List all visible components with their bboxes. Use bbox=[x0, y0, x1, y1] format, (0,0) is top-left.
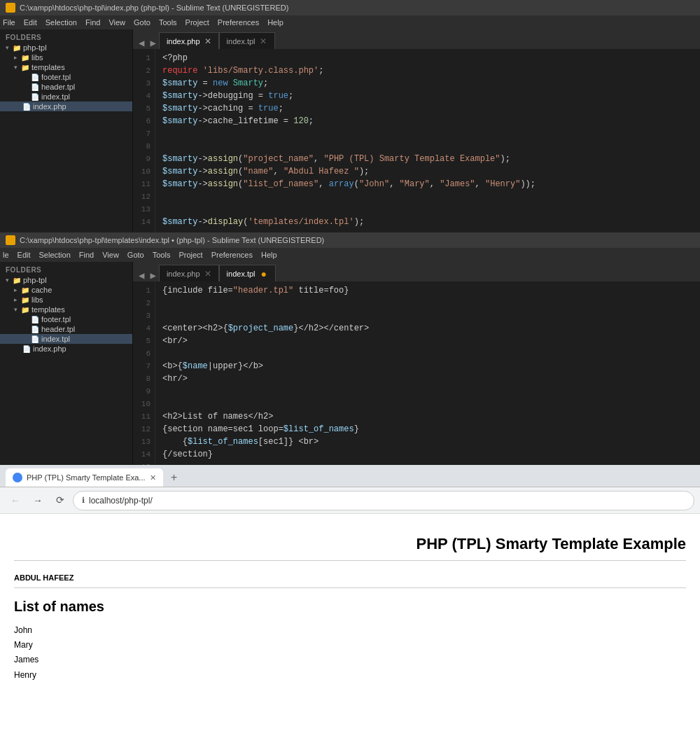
menu-tools-2[interactable]: Tools bbox=[153, 251, 171, 259]
file-icon: 📄 bbox=[31, 316, 39, 323]
menu-project-2[interactable]: Project bbox=[178, 251, 202, 259]
tree-item-header-tpl[interactable]: 📄 header.tpl bbox=[0, 82, 132, 92]
forward-button[interactable]: → bbox=[28, 491, 48, 510]
tab-nav-right[interactable]: ▶ bbox=[147, 37, 158, 49]
address-bar[interactable]: ℹ localhost/php-tpl/ bbox=[73, 491, 694, 510]
names-list: John Mary James Henry bbox=[14, 620, 686, 683]
tab-label: index.tpl bbox=[227, 270, 255, 278]
titlebar-2: C:\xampp\htdocs\php-tpl\templates\index.… bbox=[0, 232, 700, 248]
tree2-item-index-php[interactable]: 📄 index.php bbox=[0, 344, 132, 354]
back-button[interactable]: ← bbox=[6, 491, 25, 510]
folder-icon: 📁 bbox=[21, 296, 29, 304]
browser-tab-favicon bbox=[13, 473, 22, 482]
file-icon: 📄 bbox=[31, 326, 39, 333]
menu-edit-2[interactable]: Edit bbox=[18, 251, 31, 259]
folder-icon: 📁 bbox=[13, 277, 21, 284]
menu-find-2[interactable]: Find bbox=[79, 251, 94, 259]
code-area-2: 12345 678910 1112131415 1617 {include fi… bbox=[133, 281, 700, 465]
arrow-icon: ▸ bbox=[14, 296, 21, 303]
tree-label: templates bbox=[31, 63, 65, 71]
tab-close-icon[interactable]: ✕ bbox=[204, 269, 211, 279]
code-tpl: {include file="header.tpl" title=foo} <c… bbox=[155, 281, 700, 465]
tree-label: php-tpl bbox=[23, 276, 47, 284]
menu-project-1[interactable]: Project bbox=[186, 18, 209, 27]
menu-preferences-2[interactable]: Preferences bbox=[211, 251, 253, 259]
menu-tools-1[interactable]: Tools bbox=[159, 18, 177, 27]
tree2-item-index-tpl[interactable]: 📄 index.tpl bbox=[0, 334, 132, 344]
sublime-window-1: C:\xampp\htdocs\php-tpl\index.php (php-t… bbox=[0, 0, 700, 232]
file-icon: 📄 bbox=[31, 335, 39, 343]
sidebar-header-1: FOLDERS bbox=[0, 29, 132, 43]
app-icon bbox=[6, 3, 15, 13]
browser-tab-label: PHP (TPL) Smarty Template Exa... bbox=[27, 473, 146, 482]
tree-item-index-php[interactable]: 📄 index.php bbox=[0, 102, 132, 111]
list-of-names-heading: List of names bbox=[14, 588, 686, 620]
browser-tab-close-icon[interactable]: ✕ bbox=[150, 473, 156, 482]
tree-label: cache bbox=[31, 286, 52, 294]
arrow-icon: ▾ bbox=[6, 44, 13, 51]
tree-label: index.tpl bbox=[41, 92, 70, 101]
tab-nav-left-2[interactable]: ◀ bbox=[136, 270, 147, 281]
sidebar-2: FOLDERS ▾ 📁 php-tpl ▸ 📁 cache ▸ 📁 libs ▾… bbox=[0, 262, 133, 465]
tree-label: footer.tpl bbox=[41, 315, 71, 323]
menu-view-1[interactable]: View bbox=[108, 18, 125, 27]
tree-label: index.php bbox=[33, 344, 66, 353]
tree-label: footer.tpl bbox=[41, 73, 71, 81]
tree-item-libs[interactable]: ▸ 📁 libs bbox=[0, 53, 132, 62]
line-numbers-1: 12345 678910 11121314 bbox=[133, 49, 155, 232]
tree-item-index-tpl[interactable]: 📄 index.tpl bbox=[0, 92, 132, 102]
menu-help-2[interactable]: Help bbox=[261, 251, 277, 259]
editor-body-2: FOLDERS ▾ 📁 php-tpl ▸ 📁 cache ▸ 📁 libs ▾… bbox=[0, 262, 700, 465]
tree2-item-header-tpl[interactable]: 📄 header.tpl bbox=[0, 324, 132, 334]
menu-find-1[interactable]: Find bbox=[85, 18, 100, 27]
tree-item-php-tpl[interactable]: ▾ 📁 php-tpl bbox=[0, 43, 132, 53]
menu-preferences-1[interactable]: Preferences bbox=[218, 18, 259, 27]
author-name: ABDUL HAFEEZ bbox=[14, 561, 686, 588]
browser-tab-active[interactable]: PHP (TPL) Smarty Template Exa... ✕ bbox=[6, 468, 163, 487]
tree2-item-cache[interactable]: ▸ 📁 cache bbox=[0, 285, 132, 295]
arrow-icon: ▾ bbox=[14, 64, 21, 71]
menu-file-2[interactable]: le bbox=[3, 251, 9, 259]
menu-help-1[interactable]: Help bbox=[267, 18, 284, 27]
tree2-item-templates[interactable]: ▾ 📁 templates bbox=[0, 305, 132, 314]
tree-item-templates[interactable]: ▾ 📁 templates bbox=[0, 62, 132, 72]
tab-index-php[interactable]: index.php ✕ bbox=[159, 32, 219, 49]
tab-close-icon[interactable]: ✕ bbox=[204, 36, 211, 46]
editor-1: ◀ ▶ index.php ✕ index.tpl ✕ 12345 678910… bbox=[133, 29, 700, 232]
tree-label: header.tpl bbox=[41, 83, 75, 91]
new-tab-button[interactable]: + bbox=[166, 470, 183, 487]
folder-icon: 📁 bbox=[13, 44, 21, 52]
tab2-index-php[interactable]: index.php ✕ bbox=[159, 265, 219, 281]
tree-label: libs bbox=[31, 295, 43, 304]
tree2-item-php-tpl[interactable]: ▾ 📁 php-tpl bbox=[0, 275, 132, 285]
menu-edit-1[interactable]: Edit bbox=[24, 18, 37, 27]
tab-close-icon[interactable]: ✕ bbox=[260, 36, 267, 46]
tab-index-tpl[interactable]: index.tpl ✕ bbox=[219, 32, 275, 49]
menu-goto-2[interactable]: Goto bbox=[127, 251, 144, 259]
reload-button[interactable]: ⟳ bbox=[50, 491, 70, 510]
tab2-index-tpl[interactable]: index.tpl ● bbox=[219, 265, 276, 281]
tree2-item-footer-tpl[interactable]: 📄 footer.tpl bbox=[0, 314, 132, 324]
menubar-2: le Edit Selection Find View Goto Tools P… bbox=[0, 248, 700, 262]
menu-file-1[interactable]: File bbox=[3, 18, 15, 27]
tab-nav-right-2[interactable]: ▶ bbox=[147, 270, 158, 281]
tree-item-footer-tpl[interactable]: 📄 footer.tpl bbox=[0, 72, 132, 82]
app-icon-2 bbox=[6, 235, 15, 245]
file-icon: 📄 bbox=[22, 103, 31, 111]
menu-view-2[interactable]: View bbox=[102, 251, 119, 259]
tab-label: index.php bbox=[167, 37, 200, 46]
file-icon: 📄 bbox=[31, 74, 39, 81]
tree2-item-libs[interactable]: ▸ 📁 libs bbox=[0, 295, 132, 305]
sublime-window-2: C:\xampp\htdocs\php-tpl\templates\index.… bbox=[0, 232, 700, 465]
menu-goto-1[interactable]: Goto bbox=[134, 18, 150, 27]
tab-nav-left[interactable]: ◀ bbox=[136, 37, 147, 49]
menu-selection-1[interactable]: Selection bbox=[46, 18, 77, 27]
browser-window: PHP (TPL) Smarty Template Exa... ✕ + ← →… bbox=[0, 465, 700, 690]
code-area-1: 12345 678910 11121314 <?php require 'lib… bbox=[133, 49, 700, 232]
arrow-icon: ▾ bbox=[14, 306, 21, 313]
file-icon: 📄 bbox=[31, 83, 39, 91]
tree-label: index.tpl bbox=[41, 335, 70, 343]
menu-selection-2[interactable]: Selection bbox=[39, 251, 71, 259]
tree-label: header.tpl bbox=[41, 325, 75, 333]
tree-label: libs bbox=[31, 53, 43, 62]
